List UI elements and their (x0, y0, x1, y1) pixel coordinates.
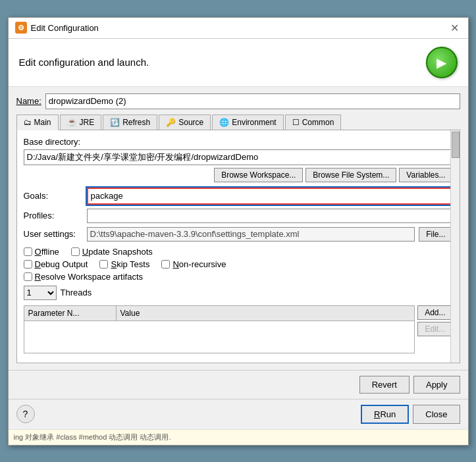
dialog-close-button[interactable]: Close (413, 405, 460, 424)
file-button[interactable]: File... (419, 227, 452, 242)
params-table-header: Parameter N... Value (24, 306, 415, 321)
tab-source-label: Source (178, 118, 203, 127)
config-icon: ⚙ (15, 22, 27, 34)
checkbox-row-2: Debug Output Skip Tests Non-recursive (24, 259, 453, 269)
close-title-button[interactable]: ✕ (448, 22, 462, 34)
tab-refresh-label: Refresh (122, 118, 150, 127)
checkbox-debug-output[interactable]: Debug Output (24, 259, 88, 269)
profiles-row: Profiles: (24, 209, 453, 223)
name-label: Name: (16, 96, 41, 106)
tab-jre[interactable]: ☕ JRE (60, 115, 102, 130)
tab-refresh[interactable]: 🔃 Refresh (103, 115, 157, 130)
params-table: Parameter N... Value (24, 305, 415, 353)
tab-main[interactable]: 🗂 Main (16, 115, 59, 130)
params-table-body (24, 321, 415, 353)
tab-environment[interactable]: 🌐 Environment (212, 115, 283, 130)
user-settings-row: User settings: File... (24, 227, 453, 242)
goals-label: Goals: (24, 191, 83, 201)
goals-input[interactable] (87, 188, 453, 205)
main-panel: Base directory: Browse Workspace... Brow… (16, 130, 460, 363)
user-settings-input[interactable] (87, 227, 415, 242)
profiles-label: Profiles: (24, 211, 83, 220)
name-input[interactable] (45, 93, 460, 109)
checkbox-non-recursive[interactable]: Non-recursive (161, 259, 226, 269)
revert-button[interactable]: Revert (359, 376, 410, 394)
title-bar-left: ⚙ Edit Configuration (15, 22, 99, 34)
tabs: 🗂 Main ☕ JRE 🔃 Refresh 🔑 Source 🌐 Enviro… (16, 115, 460, 130)
tab-jre-label: JRE (80, 118, 95, 127)
debug-output-checkbox[interactable] (24, 260, 32, 269)
env-tab-icon: 🌐 (219, 118, 229, 127)
footer-buttons: ? RRun Close (9, 399, 468, 429)
checkbox-update-snapshots[interactable]: Update Snapshots (71, 247, 153, 257)
help-button[interactable]: ? (16, 405, 35, 423)
checkbox-resolve-workspace[interactable]: Resolve Workspace artifacts (24, 272, 144, 282)
profiles-input[interactable] (87, 209, 453, 223)
skip-tests-checkbox[interactable] (99, 260, 108, 269)
tab-common-label: Common (302, 118, 334, 127)
checkbox-row-3: Resolve Workspace artifacts (24, 272, 453, 282)
tab-common[interactable]: ☐ Common (285, 115, 342, 130)
params-col2-header: Value (117, 306, 415, 321)
params-side-buttons: Add... Edit... (417, 305, 452, 336)
main-tab-icon: 🗂 (24, 118, 32, 127)
goals-row: Goals: (24, 188, 453, 205)
checkboxes-area: Offline Update Snapshots Debug Output Sk… (24, 247, 453, 282)
footer-right: RRun Close (361, 405, 460, 424)
threads-row: 1 2 4 Threads (24, 286, 453, 300)
browse-row: Browse Workspace... Browse File System..… (24, 168, 453, 182)
params-section: Parameter N... Value Add... Edit... (24, 305, 453, 356)
browse-filesystem-button[interactable]: Browse File System... (305, 168, 396, 182)
apply-button[interactable]: Apply (413, 376, 460, 394)
checkbox-skip-tests[interactable]: Skip Tests (99, 259, 149, 269)
panel-scrollbar[interactable] (450, 130, 460, 363)
non-recursive-checkbox[interactable] (161, 260, 170, 269)
threads-select[interactable]: 1 2 4 (24, 286, 57, 300)
tab-source[interactable]: 🔑 Source (159, 115, 211, 130)
base-directory-input[interactable] (24, 149, 453, 165)
dialog-title: Edit Configuration (31, 23, 99, 33)
jre-tab-icon: ☕ (67, 118, 77, 127)
header-area: Edit configuration and launch. ▶ (9, 39, 468, 87)
checkbox-row-1: Offline Update Snapshots (24, 247, 453, 257)
play-button[interactable]: ▶ (426, 47, 458, 78)
params-col1-header: Parameter N... (24, 306, 117, 321)
threads-label: Threads (61, 288, 92, 297)
browse-workspace-button[interactable]: Browse Workspace... (214, 168, 303, 182)
user-settings-label: User settings: (24, 229, 83, 239)
status-bar: ing 对象继承 #class #method 动态调用 动态调用. (9, 429, 468, 445)
name-row: Name: (16, 93, 460, 109)
status-text: ing 对象继承 #class #method 动态调用 动态调用. (14, 433, 171, 441)
source-tab-icon: 🔑 (166, 118, 176, 127)
run-button[interactable]: RRun (361, 405, 409, 424)
header-title: Edit configuration and launch. (19, 57, 149, 68)
params-table-wrapper: Parameter N... Value (24, 305, 415, 356)
tab-environment-label: Environment (232, 118, 276, 127)
tab-main-label: Main (34, 118, 51, 127)
bottom-buttons: Revert Apply (9, 370, 468, 399)
add-param-button[interactable]: Add... (417, 305, 452, 320)
title-bar: ⚙ Edit Configuration ✕ (9, 18, 468, 39)
resolve-workspace-checkbox[interactable] (24, 272, 32, 281)
scroll-thumb[interactable] (452, 132, 460, 158)
base-directory-label: Base directory: (24, 137, 453, 147)
update-snapshots-checkbox[interactable] (71, 247, 80, 256)
edit-configuration-dialog: ⚙ Edit Configuration ✕ Edit configuratio… (8, 17, 469, 446)
refresh-tab-icon: 🔃 (110, 118, 120, 127)
offline-checkbox[interactable] (24, 247, 32, 256)
common-tab-icon: ☐ (292, 118, 300, 127)
checkbox-offline[interactable]: Offline (24, 247, 59, 257)
content-area: Name: 🗂 Main ☕ JRE 🔃 Refresh 🔑 Source � (9, 87, 468, 370)
edit-param-button[interactable]: Edit... (417, 322, 452, 336)
variables-button[interactable]: Variables... (399, 168, 452, 182)
